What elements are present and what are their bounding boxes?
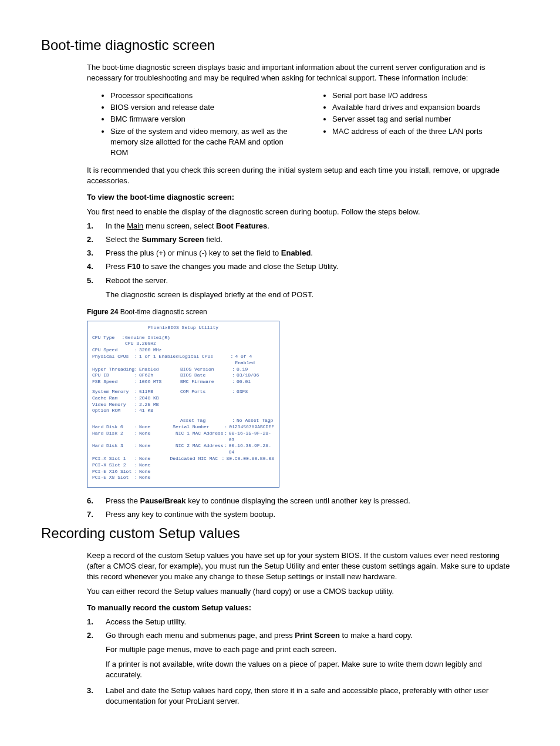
figure-caption: Figure 24 Boot-time diagnostic screen bbox=[87, 307, 519, 317]
step-text: Select the Summary Screen field. bbox=[106, 234, 519, 245]
step-number: 2. bbox=[87, 234, 106, 245]
paragraph: You can either record the Setup values m… bbox=[87, 586, 519, 597]
paragraph: You first need to enable the display of … bbox=[87, 207, 519, 217]
step-number: 7. bbox=[87, 509, 106, 520]
step-number: 3. bbox=[87, 248, 106, 258]
section-heading: Boot-time diagnostic screen bbox=[41, 35, 519, 55]
bios-title: PhoenixBIOS Setup Utility bbox=[92, 325, 274, 331]
bullets-right: Serial port base I/O address Available h… bbox=[309, 90, 519, 137]
bios-screenshot: PhoenixBIOS Setup Utility CPU Type:Genui… bbox=[87, 321, 279, 488]
step-text: Go through each menu and submenus page, … bbox=[106, 630, 519, 683]
bullet: Processor specifications bbox=[110, 90, 297, 101]
section-heading: Recording custom Setup values bbox=[41, 523, 519, 543]
subheading: To view the boot-time diagnostic screen: bbox=[87, 192, 519, 203]
step-text: Press F10 to save the changes you made a… bbox=[106, 261, 519, 272]
main-link[interactable]: Main bbox=[127, 221, 143, 230]
step-number: 4. bbox=[87, 261, 106, 272]
step-text: In the Main menu screen, select Boot Fea… bbox=[106, 221, 519, 231]
step-text: Press the plus (+) or minus (-) key to s… bbox=[106, 248, 519, 258]
step-text: Label and date the Setup values hard cop… bbox=[106, 685, 519, 707]
bullet: Serial port base I/O address bbox=[332, 90, 519, 101]
bullet: Server asset tag and serial number bbox=[332, 114, 519, 125]
bullet: Available hard drives and expansion boar… bbox=[332, 102, 519, 113]
subheading: To manually record the custom Setup valu… bbox=[87, 603, 519, 613]
step-text: Reboot the server. The diagnostic screen… bbox=[106, 275, 519, 303]
bullet: MAC address of each of the three LAN por… bbox=[332, 126, 519, 137]
step-number: 5. bbox=[87, 275, 106, 303]
step-text: Press any key to continue with the syste… bbox=[106, 509, 519, 520]
bullet: BIOS version and release date bbox=[110, 102, 297, 113]
step-number: 3. bbox=[87, 685, 106, 707]
bullet: BMC firmware version bbox=[110, 114, 297, 125]
bullet: Size of the system and video memory, as … bbox=[110, 126, 297, 159]
step-text: Press the Pause/Break key to continue di… bbox=[106, 496, 519, 506]
step-text: Access the Setup utility. bbox=[106, 617, 519, 627]
bullets-left: Processor specifications BIOS version an… bbox=[87, 90, 297, 158]
step-number: 1. bbox=[87, 221, 106, 231]
paragraph: Keep a record of the custom Setup values… bbox=[87, 550, 519, 583]
step-number: 1. bbox=[87, 617, 106, 627]
step-number: 6. bbox=[87, 496, 106, 506]
paragraph: It is recommended that you check this sc… bbox=[87, 165, 519, 186]
step-number: 2. bbox=[87, 630, 106, 683]
intro-paragraph: The boot-time diagnostic screen displays… bbox=[87, 62, 519, 83]
